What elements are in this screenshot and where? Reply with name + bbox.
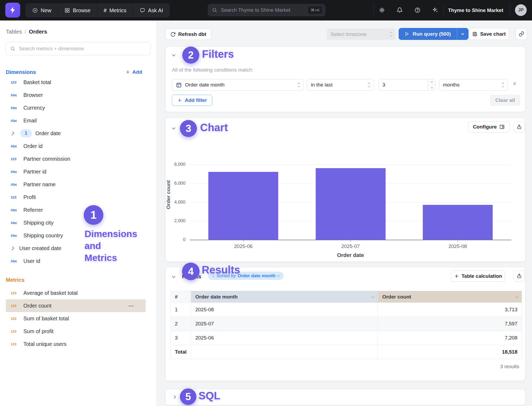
sidebar-item-total-unique-users[interactable]: 123 Total unique users [6, 338, 151, 350]
sidebar-item-partner-name[interactable]: Abc Partner name [6, 178, 151, 191]
sidebar-item-browser[interactable]: Abc Browser [6, 89, 151, 101]
stepper-up-button[interactable] [428, 79, 435, 85]
table-calculation-button[interactable]: Table calculation [451, 270, 505, 282]
string-type-icon: Abc [11, 119, 20, 123]
stepper-down-button[interactable] [428, 85, 435, 91]
app-logo[interactable] [5, 3, 20, 18]
plus-circle-icon [32, 7, 38, 13]
sidebar-item-currency[interactable]: Abc Currency [6, 101, 151, 114]
sidebar-item-referrer[interactable]: Abc Referrer [6, 204, 151, 216]
number-type-icon: 123 [11, 80, 20, 84]
chart-plot[interactable]: Order count Order date 02,0004,0006,0008… [190, 164, 511, 240]
breadcrumb-current: Orders [29, 28, 47, 35]
new-label: New [41, 7, 51, 14]
timezone-select[interactable]: Select timezone [327, 28, 396, 40]
new-button[interactable]: New [26, 4, 58, 17]
run-query-dropdown-button[interactable] [457, 28, 468, 40]
sidebar-item-sum-of-basket-total[interactable]: 123 Sum of basket total [6, 312, 151, 325]
help-icon[interactable] [412, 5, 423, 16]
fields-search-input[interactable]: Search metrics + dimensions [6, 42, 151, 55]
ask-ai-label: Ask AI [148, 7, 163, 14]
sidebar-item-average-of-basket-total[interactable]: 123 Average of basket total [6, 287, 151, 299]
add-dimension-button[interactable]: Add [125, 69, 142, 75]
count-column-header[interactable]: Order count [378, 291, 522, 303]
browse-label: Browse [73, 7, 91, 14]
table-row[interactable]: 3 2025-06 7,208 [171, 331, 522, 345]
share-link-button[interactable] [516, 28, 527, 40]
metrics-button[interactable]: # Metrics [97, 4, 133, 17]
settings-gear-icon[interactable] [376, 5, 387, 16]
refresh-dbt-button[interactable]: Refresh dbt [165, 28, 211, 40]
bar-2025-07[interactable] [316, 168, 386, 240]
string-type-icon: Abc [11, 170, 20, 174]
global-search-input[interactable]: Search Thyme to Shine Market ⌘+K [208, 4, 325, 16]
configure-button[interactable]: Configure [468, 121, 510, 132]
metrics-heading: Metrics [6, 277, 24, 283]
sidebar-item-order-date[interactable]: 1 Order date [6, 127, 151, 140]
sidebar-item-email[interactable]: Abc Email [6, 114, 151, 127]
gridline [190, 164, 511, 165]
string-type-icon: Abc [11, 208, 20, 212]
export-chart-button[interactable] [514, 121, 525, 132]
breadcrumb-tables-link[interactable]: Tables [6, 28, 22, 35]
share-export-icon [517, 124, 522, 130]
results-table: # Order date month Order count 1 2025-08… [170, 291, 522, 359]
string-type-icon: Abc [11, 93, 20, 97]
month-column-header[interactable]: Order date month [191, 291, 378, 303]
collapse-chevron-icon[interactable] [172, 275, 175, 278]
filter-field-select[interactable]: Order date month [172, 79, 304, 91]
number-type-icon: 123 [11, 157, 20, 161]
sidebar-item-sum-of-profit[interactable]: 123 Sum of profit [6, 325, 151, 338]
save-chart-button[interactable]: Save chart [469, 28, 509, 40]
results-count: 3 results [500, 364, 519, 370]
user-avatar[interactable]: JP [515, 4, 527, 16]
bar-2025-08[interactable] [423, 205, 493, 240]
explore-sidebar: Tables / Orders Search metrics + dimensi… [0, 20, 157, 406]
ask-ai-button[interactable]: Ask AI [133, 4, 170, 17]
sidebar-item-basket-total[interactable]: 123 Basket total [6, 76, 151, 89]
metrics-header: Metrics [6, 276, 151, 283]
total-label: Total [171, 345, 191, 359]
chevron-right-icon[interactable] [10, 246, 14, 250]
sidebar-item-order-count[interactable]: 123 Order count ••• [6, 299, 146, 312]
save-floppy-icon [472, 31, 478, 37]
sidebar-item-profit[interactable]: 123 Profit [6, 191, 151, 204]
sql-card: SQL 5 SQL [165, 389, 525, 405]
x-tick-label: 2025-07 [335, 243, 366, 249]
filter-value-input[interactable]: 3 [378, 79, 436, 91]
run-query-button[interactable]: Run query (500) [399, 28, 468, 40]
export-results-button[interactable] [514, 270, 525, 281]
annotation-circle-2: 2 [182, 47, 199, 64]
browse-button[interactable]: Browse [58, 4, 97, 17]
hash-icon: # [104, 7, 107, 14]
y-tick-label: 0 [168, 237, 185, 242]
sidebar-item-order-id[interactable]: Abc Order id [6, 140, 151, 152]
index-column-header: # [171, 291, 191, 303]
clear-all-button[interactable]: Clear all [490, 95, 520, 106]
project-name[interactable]: Thyme to Shine Market [448, 0, 503, 20]
chevron-right-icon[interactable] [10, 131, 14, 135]
chevron-down-icon [515, 295, 518, 298]
sidebar-item-partner-id[interactable]: Abc Partner id [6, 165, 151, 178]
sidebar-item-shipping-city[interactable]: Abc Shipping city [6, 216, 151, 229]
add-filter-button[interactable]: Add filter [172, 95, 212, 106]
table-row[interactable]: 1 2025-08 3,713 [171, 303, 522, 317]
filter-unit-select[interactable]: months [439, 79, 508, 91]
sidebar-item-partner-commission[interactable]: 123 Partner commission [6, 152, 151, 165]
bar-2025-06[interactable] [208, 172, 278, 240]
x-tick-label: 2025-06 [227, 243, 259, 249]
filter-operator-select[interactable]: in the last [307, 79, 374, 91]
grid-icon [64, 7, 70, 13]
number-type-icon: 123 [11, 304, 20, 308]
expand-chevron-icon[interactable] [172, 395, 176, 399]
collapse-chevron-icon[interactable] [172, 126, 175, 130]
annotation-circle-4: 4 [182, 263, 200, 280]
collapse-chevron-icon[interactable] [172, 53, 175, 56]
field-menu-dots-icon[interactable]: ••• [129, 304, 134, 308]
table-header-row: # Order date month Order count [171, 291, 522, 303]
table-row[interactable]: 2 2025-07 7,597 [171, 317, 522, 331]
notifications-bell-icon[interactable] [394, 5, 405, 16]
sparkles-icon[interactable] [430, 5, 441, 16]
remove-filter-icon[interactable]: × [513, 80, 517, 87]
string-type-icon: Abc [11, 221, 20, 225]
